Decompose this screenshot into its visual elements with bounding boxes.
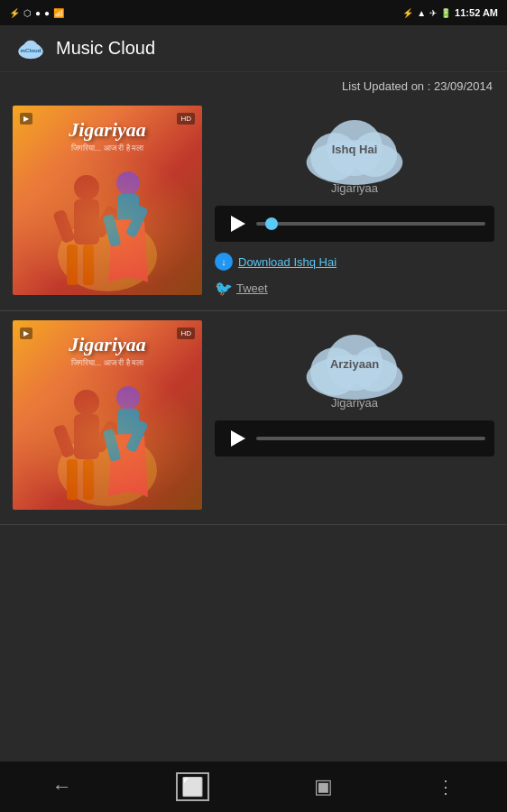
status-bar: ⚡ ⬡ ● ● 📶 ⚡ ▲ ✈ 🔋 11:52 AM [0,0,507,25]
art-subtitle-2: जिगरिया... आज री है मला [13,358,202,368]
usb-icon: ⚡ [9,8,20,18]
status-time: 11:52 AM [455,7,498,18]
cloud-wrapper-2: Arziyaan Jigariyaa [215,328,494,410]
airplane-icon: ✈ [429,8,437,18]
song-card-2: Jigariyaa जिगरिया... आज री है मला [0,311,507,525]
play-button-2[interactable] [224,426,249,451]
player-bar-1[interactable] [215,206,494,242]
download-icon-1: ↓ [215,253,233,271]
download-link-1[interactable]: Download Ishq Hai [238,255,336,269]
art-subtitle-1: जिगरिया... आज री है मला [13,143,202,153]
update-banner: List Updated on : 23/09/2014 [0,72,507,97]
cloud-1: Ishq Hai [291,113,418,185]
circle1-icon: ● [35,8,41,18]
update-text: List Updated on : 23/09/2014 [342,79,493,93]
play-button-1[interactable] [224,211,249,236]
bluetooth-icon: ⚡ [402,8,413,18]
play-icon-1 [231,216,245,232]
art-title-2: Jigariyaa [13,333,202,356]
status-right-icons: ⚡ ▲ ✈ 🔋 11:52 AM [402,7,498,18]
play-icon-2 [231,430,245,447]
progress-thumb-1 [265,217,278,230]
back-button[interactable]: ← [52,775,72,798]
art-badge-3: ▶ [20,328,32,339]
more-button[interactable]: ⋮ [437,776,455,798]
tweet-row-1[interactable]: 🐦 Tweet [215,280,494,296]
status-left-icons: ⚡ ⬡ ● ● 📶 [9,8,64,18]
art-figures-2 [13,368,202,510]
progress-track-1[interactable] [256,222,485,226]
cloud-wrapper-1: Ishq Hai Jigariyaa [215,113,494,195]
wifi-icon: ▲ [417,8,426,18]
svg-text:mCloud: mCloud [21,47,41,53]
tweet-link-1[interactable]: Tweet [236,281,268,295]
art-title-1: Jigariyaa [13,118,202,142]
circle2-icon: ● [44,8,50,18]
home-button[interactable]: ⬜ [176,772,209,801]
album-art-2: Jigariyaa जिगरिया... आज री है मला [13,320,202,510]
download-row-1[interactable]: ↓ Download Ishq Hai [215,253,494,271]
sd-icon: ⬡ [23,8,32,18]
battery-icon: 🔋 [440,8,451,18]
art-figures-1 [13,153,202,295]
song-title-1: Ishq Hai [332,143,378,156]
art-badge-1: ▶ [20,113,32,125]
art-badge-2: HD [177,113,195,125]
app-title: Music Cloud [56,38,155,59]
song-info-2: Arziyaan Jigariyaa [202,320,494,510]
twitter-icon-1: 🐦 [215,280,231,296]
bottom-nav: ← ⬜ ▣ ⋮ [0,761,507,812]
recent-button[interactable]: ▣ [314,775,333,798]
song-title-2: Arziyaan [330,357,379,371]
signal-icon: 📶 [53,8,64,18]
cloud-2: Arziyaan [291,328,418,400]
app-logo-icon: mCloud [14,38,47,60]
player-bar-2[interactable] [215,420,494,457]
song-info-1: Ishq Hai Jigariyaa ↓ Download Ishq Hai [202,106,494,296]
title-bar: mCloud Music Cloud [0,25,507,72]
main-content: List Updated on : 23/09/2014 Jigariyaa ज… [0,72,507,761]
song-card-1: Jigariyaa जिगरिया... आज री है मला [0,97,507,311]
progress-track-2[interactable] [256,437,485,440]
art-badge-4: HD [177,328,195,339]
album-art-1: Jigariyaa जिगरिया... आज री है मला [13,106,202,295]
